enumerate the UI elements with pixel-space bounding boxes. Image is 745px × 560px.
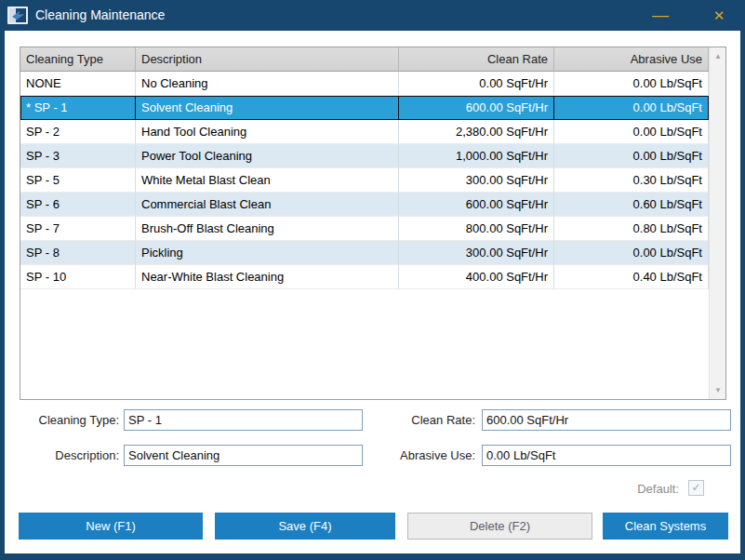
table-cell-abrasive_use[interactable]: 0.00 Lb/SqFt (554, 96, 709, 120)
table-cell-description[interactable]: Brush-Off Blast Cleaning (136, 217, 399, 241)
table-cell-clean_rate[interactable]: 400.00 SqFt/Hr (399, 265, 554, 289)
column-header[interactable]: Clean Rate (399, 47, 554, 71)
column-header[interactable]: Abrasive Use (554, 47, 709, 71)
abrasive-use-label: Abrasive Use: (377, 448, 475, 462)
table-header-row: Cleaning TypeDescriptionClean RateAbrasi… (20, 47, 709, 72)
cleaning-type-field[interactable] (124, 409, 363, 431)
table-body: NONENo Cleaning0.00 SqFt/Hr0.00 Lb/SqFt*… (20, 72, 709, 289)
table-cell-clean_rate[interactable]: 300.00 SqFt/Hr (399, 241, 554, 265)
table-row[interactable]: SP - 8Pickling300.00 SqFt/Hr0.00 Lb/SqFt (20, 241, 709, 265)
new-button[interactable]: New (F1) (19, 513, 203, 540)
table-cell-clean_rate[interactable]: 600.00 SqFt/Hr (399, 96, 554, 120)
table-cell-clean_rate[interactable]: 600.00 SqFt/Hr (399, 193, 554, 217)
delete-button[interactable]: Delete (F2) (407, 513, 592, 540)
default-label: Default: (586, 482, 679, 496)
table-row[interactable]: SP - 2Hand Tool Cleaning2,380.00 SqFt/Hr… (20, 120, 709, 144)
table-cell-abrasive_use[interactable]: 0.40 Lb/SqFt (554, 265, 709, 289)
save-button[interactable]: Save (F4) (215, 513, 395, 540)
table-row[interactable]: * SP - 1Solvent Cleaning600.00 SqFt/Hr0.… (20, 96, 709, 120)
table-cell-description[interactable]: Near-White Blast Cleaning (136, 265, 399, 289)
cleaning-types-table: Cleaning TypeDescriptionClean RateAbrasi… (20, 47, 726, 400)
scroll-down-icon[interactable]: ▼ (710, 382, 726, 398)
table-cell-abrasive_use[interactable]: 0.00 Lb/SqFt (554, 72, 709, 96)
table-cell-abrasive_use[interactable]: 0.30 Lb/SqFt (554, 168, 709, 193)
table-cell-abrasive_use[interactable]: 0.00 Lb/SqFt (554, 120, 709, 144)
table-cell-cleaning_type[interactable]: SP - 6 (20, 193, 136, 217)
abrasive-use-field[interactable] (482, 445, 731, 466)
minimize-button[interactable]: — (646, 0, 674, 31)
table-cell-cleaning_type[interactable]: NONE (20, 72, 136, 96)
table-row[interactable]: SP - 5White Metal Blast Clean300.00 SqFt… (20, 168, 709, 193)
description-field[interactable] (124, 445, 363, 466)
table-cell-cleaning_type[interactable]: * SP - 1 (20, 96, 136, 120)
table-cell-clean_rate[interactable]: 1,000.00 SqFt/Hr (399, 144, 554, 168)
table-cell-clean_rate[interactable]: 300.00 SqFt/Hr (399, 168, 554, 193)
titlebar[interactable]: Cleaning Maintenance — ✕ (0, 0, 745, 31)
default-checkbox[interactable]: ✓ (688, 480, 704, 496)
cleaning-maintenance-window: Cleaning Maintenance — ✕ Cleaning TypeDe… (0, 0, 745, 560)
clean-rate-field[interactable] (482, 409, 731, 431)
table-cell-cleaning_type[interactable]: SP - 3 (20, 144, 136, 168)
column-header[interactable]: Cleaning Type (20, 47, 136, 71)
table-row[interactable]: SP - 7Brush-Off Blast Cleaning800.00 SqF… (20, 217, 709, 241)
table-cell-cleaning_type[interactable]: SP - 7 (20, 217, 136, 241)
table-cell-abrasive_use[interactable]: 0.80 Lb/SqFt (554, 217, 709, 241)
table-cell-cleaning_type[interactable]: SP - 5 (20, 168, 136, 193)
table-cell-clean_rate[interactable]: 800.00 SqFt/Hr (399, 217, 554, 241)
table-row[interactable]: NONENo Cleaning0.00 SqFt/Hr0.00 Lb/SqFt (20, 72, 709, 96)
table-cell-abrasive_use[interactable]: 0.60 Lb/SqFt (554, 193, 709, 217)
table-cell-description[interactable]: Commercial Blast Clean (136, 193, 399, 217)
clean-rate-label: Clean Rate: (377, 413, 475, 427)
table-cell-clean_rate[interactable]: 0.00 SqFt/Hr (399, 72, 554, 96)
window-title: Cleaning Maintenance (35, 0, 165, 31)
vertical-scrollbar[interactable]: ▲ ▼ (709, 47, 725, 399)
description-label: Description: (9, 448, 119, 462)
app-icon (7, 7, 28, 24)
table-row[interactable]: SP - 3Power Tool Cleaning1,000.00 SqFt/H… (20, 144, 709, 168)
table-cell-description[interactable]: White Metal Blast Clean (136, 168, 399, 193)
cleaning-type-label: Cleaning Type: (9, 413, 119, 427)
checkmark-icon: ✓ (691, 481, 700, 494)
table-cell-description[interactable]: No Cleaning (136, 72, 399, 96)
table-cell-cleaning_type[interactable]: SP - 10 (20, 265, 136, 289)
scroll-up-icon[interactable]: ▲ (710, 48, 726, 64)
table-cell-description[interactable]: Pickling (136, 241, 399, 265)
table-cell-cleaning_type[interactable]: SP - 2 (20, 120, 136, 144)
column-header[interactable]: Description (136, 47, 399, 71)
table-row[interactable]: SP - 6Commercial Blast Clean600.00 SqFt/… (20, 193, 709, 217)
table-cell-abrasive_use[interactable]: 0.00 Lb/SqFt (554, 241, 709, 265)
table-cell-clean_rate[interactable]: 2,380.00 SqFt/Hr (399, 120, 554, 144)
table-cell-cleaning_type[interactable]: SP - 8 (20, 241, 136, 265)
clean-systems-button[interactable]: Clean Systems (603, 513, 728, 540)
table-cell-description[interactable]: Hand Tool Cleaning (136, 120, 399, 144)
dialog-content: Cleaning TypeDescriptionClean RateAbrasi… (5, 31, 740, 553)
table-row[interactable]: SP - 10Near-White Blast Cleaning400.00 S… (20, 265, 709, 289)
close-button[interactable]: ✕ (705, 0, 733, 31)
table-cell-description[interactable]: Solvent Cleaning (136, 96, 399, 120)
table-cell-abrasive_use[interactable]: 0.00 Lb/SqFt (554, 144, 709, 168)
table-cell-description[interactable]: Power Tool Cleaning (136, 144, 399, 168)
